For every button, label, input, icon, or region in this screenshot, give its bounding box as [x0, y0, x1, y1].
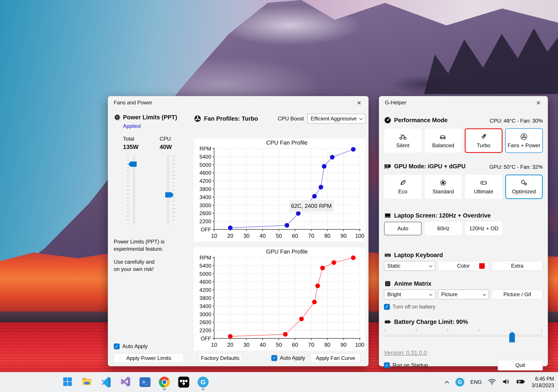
perf-mode-fans-power[interactable]: Fans + Power	[505, 128, 543, 153]
cpu-boost-value: Efficient Aggressive	[311, 116, 357, 122]
keyboard-extra-button[interactable]: Extra	[492, 261, 543, 271]
gpu-mode-optimized[interactable]: Optimized	[505, 175, 543, 199]
note-line: experimental feature.	[114, 245, 191, 252]
total-value: 135W	[123, 144, 139, 150]
battery-charge-heading: Battery Charge Limit: 90%	[384, 318, 543, 326]
note-line: on your own risk!	[114, 266, 191, 273]
gpu-mode-ultimate[interactable]: Ultimate	[465, 175, 503, 199]
performance-mode-title: Performance Mode	[394, 117, 448, 124]
power-auto-apply[interactable]: ✓ Auto Apply	[114, 343, 184, 349]
cpu-boost-dropdown[interactable]: Efficient Aggressive	[307, 114, 366, 124]
picture-gif-button[interactable]: Picture / Gif	[492, 290, 543, 299]
volume-icon[interactable]	[502, 378, 510, 386]
turn-off-on-battery-label: Turn off on battery	[392, 304, 436, 310]
checkbox-checked-icon[interactable]: ✓	[384, 304, 390, 310]
color-swatch	[479, 263, 485, 269]
matrix-mode-dropdown[interactable]: Picture	[438, 290, 489, 299]
svg-text:2200: 2200	[200, 327, 211, 333]
taskbar-ghelper-button[interactable]: G	[197, 376, 209, 389]
tray-language[interactable]: ENG	[471, 379, 482, 385]
tidal-icon	[178, 377, 189, 388]
matrix-brightness-value: Bright	[387, 291, 401, 298]
checkbox-checked-icon[interactable]: ✓	[271, 355, 277, 361]
screen-120hz-od-button[interactable]: 120Hz + OD	[465, 222, 503, 235]
keyboard-mode-dropdown[interactable]: Static	[384, 261, 435, 271]
perf-mode-turbo[interactable]: Turbo	[465, 128, 503, 153]
visual-studio-icon	[120, 376, 131, 388]
taskbar-start-button[interactable]	[61, 376, 74, 389]
cpu-power-slider[interactable]	[167, 155, 169, 224]
ghelper-titlebar[interactable]: G-Helper ×	[379, 96, 548, 109]
perf-mode-balanced[interactable]: Balanced	[424, 128, 462, 153]
svg-text:4200: 4200	[200, 287, 211, 293]
checkbox-checked-icon[interactable]: ✓	[114, 343, 120, 349]
fan-auto-apply[interactable]: ✓ Auto Apply	[271, 355, 305, 361]
total-slider-thumb[interactable]	[128, 161, 137, 167]
keyboard-color-button[interactable]: Color	[438, 261, 489, 271]
fan-profiles-panel: Fan Profiles: Turbo CPU Boost Efficient …	[194, 114, 366, 363]
svg-text:3000: 3000	[200, 311, 211, 317]
note-line: Use carefully and	[114, 258, 191, 266]
svg-text:2200: 2200	[200, 218, 211, 224]
close-icon[interactable]: ×	[531, 98, 545, 108]
quit-button[interactable]: Quit	[498, 360, 543, 370]
matrix-icon	[384, 280, 392, 287]
taskbar-powershell-button[interactable]: >_	[139, 376, 151, 389]
battery-slider-thumb[interactable]	[509, 332, 515, 342]
svg-text:RPM: RPM	[200, 255, 211, 261]
power-limit-sliders	[114, 155, 191, 226]
power-limits-applied-link[interactable]: Applied	[123, 123, 191, 129]
apply-power-limits-button[interactable]: Apply Power Limits	[114, 353, 184, 363]
rocket-icon	[480, 133, 488, 141]
version-link[interactable]: Version: 0.31.0.0	[384, 349, 543, 356]
svg-text:60: 60	[292, 342, 298, 348]
total-power: Total 135W	[123, 136, 139, 150]
svg-text:3800: 3800	[200, 295, 211, 301]
perf-mode-silent[interactable]: Silent	[384, 128, 422, 153]
checkbox-checked-icon[interactable]: ✓	[384, 362, 390, 368]
svg-text:GPU Fan Profile: GPU Fan Profile	[266, 248, 308, 255]
svg-text:90: 90	[341, 233, 347, 239]
svg-text:10: 10	[211, 233, 217, 239]
tray-chevron-up-icon[interactable]	[445, 381, 449, 384]
svg-text:4200: 4200	[200, 178, 211, 184]
svg-text:90: 90	[341, 342, 347, 348]
taskbar-file-explorer-button[interactable]	[80, 376, 93, 389]
mode-label: Fans + Power	[508, 142, 541, 149]
mode-label: Standard	[433, 189, 454, 195]
g-helper-icon: G	[198, 377, 209, 388]
cpu-fan-profile-chart[interactable]: 102030405060708090100OFF2200260030003400…	[194, 138, 366, 242]
taskbar-tidal-button[interactable]	[177, 376, 190, 389]
window-title: G-Helper	[385, 100, 406, 106]
gpu-mode-standard[interactable]: Standard	[424, 175, 462, 199]
screen-mode-buttons: Auto 60Hz 120Hz + OD	[384, 222, 543, 235]
battery-charging-icon[interactable]	[516, 379, 525, 386]
battery-slider-track[interactable]	[385, 335, 542, 337]
tray-date: 3/18/2023	[532, 382, 554, 389]
tray-g-helper-icon[interactable]: G	[455, 378, 464, 386]
apply-fan-curve-button[interactable]: Apply Fan Curve	[310, 353, 361, 363]
running-indicator	[163, 389, 166, 390]
run-on-startup-checkbox[interactable]: ✓ Run on Startup Quit	[384, 362, 543, 368]
fans-window-titlebar[interactable]: Fans and Power ×	[108, 96, 368, 109]
battery-charge-slider[interactable]	[385, 329, 542, 343]
taskbar-visual-studio-button[interactable]	[119, 376, 132, 389]
close-icon[interactable]: ×	[352, 98, 366, 108]
matrix-brightness-dropdown[interactable]: Bright	[384, 290, 435, 299]
mode-label: Auto	[397, 225, 408, 232]
screen-auto-button[interactable]: Auto	[384, 222, 422, 235]
taskbar-vscode-button[interactable]	[100, 376, 113, 389]
taskbar-chrome-button[interactable]	[158, 376, 171, 389]
screen-60hz-button[interactable]: 60Hz	[424, 222, 462, 235]
turn-off-on-battery-checkbox[interactable]: ✓ Turn off on battery	[384, 304, 543, 310]
total-label: Total	[123, 136, 139, 142]
gpu-fan-profile-chart[interactable]: 102030405060708090100OFF2200260030003400…	[194, 247, 366, 351]
anime-matrix-heading: Anime Matrix	[384, 280, 543, 287]
cpu-slider-thumb[interactable]	[165, 192, 174, 198]
taskbar-tray: G ENG 6:45 PM 3/18/2023	[445, 372, 554, 392]
tray-clock[interactable]: 6:45 PM 3/18/2023	[532, 375, 554, 389]
factory-defaults-button[interactable]: Factory Defaults	[199, 353, 242, 363]
gpu-mode-eco[interactable]: Eco	[384, 175, 422, 199]
svg-text:4600: 4600	[200, 279, 211, 285]
wifi-icon[interactable]	[488, 378, 496, 386]
